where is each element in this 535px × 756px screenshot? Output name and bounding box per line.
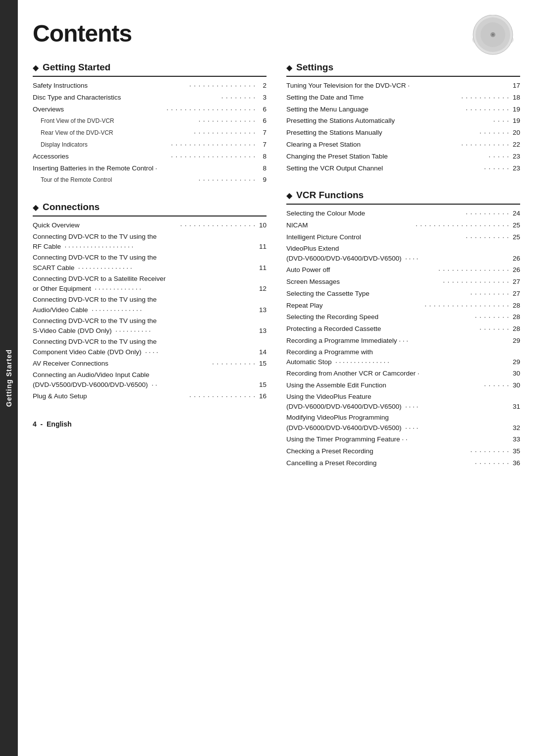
getting-started-header: ◆ Getting Started: [33, 62, 267, 77]
entry-page: 18: [509, 92, 520, 103]
getting-started-entry-2: Overviews · · · · · · · · · · · · · · · …: [33, 104, 267, 115]
vcr-entry-15: Modifying VideoPlus Programming (DVD-V60…: [286, 412, 520, 433]
two-column-layout: ◆ Getting Started Safety Instructions · …: [33, 62, 520, 736]
entry-page: 15: [256, 380, 267, 390]
entry-line1: VideoPlus Extend: [286, 244, 520, 254]
entry-page: 2: [256, 80, 267, 91]
entry-page: 23: [509, 151, 520, 162]
entry-label: Setting the Date and Time: [286, 92, 459, 103]
entry-page: 15: [256, 358, 267, 369]
entry-line1: Connecting DVD-VCR to the TV using the: [33, 316, 267, 326]
vcr-entry-9: Protecting a Recorded Cassette · · · · ·…: [286, 323, 520, 335]
getting-started-entry-0: Safety Instructions · · · · · · · · · · …: [33, 80, 267, 92]
entry-page: 26: [509, 265, 520, 275]
entry-dots: · · · · · · · ·: [473, 458, 509, 469]
vcr-functions-title: VCR Functions: [296, 190, 364, 201]
entry-line2-wrap: Automatic Stop · · · · · · · · · · · · ·…: [286, 357, 520, 367]
page-footer: 4 - English: [33, 418, 267, 428]
conn-entry-4: Connecting DVD-VCR to the TV using the A…: [33, 294, 267, 316]
vcr-entry-16: Using the Timer Programming Feature · · …: [286, 433, 520, 445]
settings-entry-0: Tuning Your Television for the DVD-VCR ·…: [286, 80, 520, 92]
settings-section: ◆ Settings Tuning Your Television for th…: [286, 62, 520, 174]
entry-page: 25: [509, 232, 520, 243]
entry-page: 30: [509, 380, 520, 391]
entry-line2-wrap: Audio/Video Cable · · · · · · · · · · · …: [33, 305, 267, 315]
entry-page: 13: [256, 305, 267, 315]
entry-page: 33: [509, 434, 520, 445]
entry-page: 24: [509, 208, 520, 219]
entry-page: 10: [256, 220, 267, 231]
conn-entry-0: Quick Overview · · · · · · · · · · · · ·…: [33, 219, 267, 231]
entry-page: 12: [256, 284, 267, 294]
diamond-icon-connections: ◆: [33, 203, 39, 212]
entry-page: 31: [509, 402, 520, 412]
entry-dots: · · · · · · · · · · ·: [459, 140, 509, 150]
entry-line2: (DVD-V5500/DVD-V6000/DVD-V6500) · ·: [33, 380, 157, 390]
entry-dots: · · · · · · · · · ·: [464, 209, 509, 219]
diamond-icon-settings: ◆: [286, 63, 292, 72]
vcr-entry-11: Recording a Programme with Automatic Sto…: [286, 347, 520, 368]
title-area: Contents: [33, 20, 520, 62]
settings-entry-4: Presetting the Stations Manually · · · ·…: [286, 127, 520, 139]
entry-page: 8: [256, 163, 267, 174]
entry-page: 29: [509, 357, 520, 367]
entry-dots: · · · · · · ·: [477, 324, 509, 334]
getting-started-section: ◆ Getting Started Safety Instructions · …: [33, 62, 267, 186]
entry-line2: SCART Cable · · · · · · · · · · · · · · …: [33, 263, 132, 273]
settings-entry-7: Setting the VCR Output Channel · · · · ·…: [286, 162, 520, 174]
vcr-entry-14: Using the VideoPlus Feature (DVD-V6000/D…: [286, 391, 520, 413]
right-column: ◆ Settings Tuning Your Television for th…: [286, 62, 520, 736]
entry-dots: · · · · · ·: [482, 380, 509, 391]
entry-label: Quick Overview: [33, 220, 178, 231]
entry-line1: Connecting DVD-VCR to the TV using the: [33, 232, 267, 242]
entry-line2: S-Video Cable (DVD Only) · · · · · · · ·…: [33, 326, 151, 336]
entry-label: Selecting the Cassette Type: [286, 288, 468, 299]
conn-entry-9: Plug & Auto Setup · · · · · · · · · · · …: [33, 390, 267, 402]
entry-page: 30: [509, 368, 520, 379]
entry-label: Changing the Preset Station Table: [286, 151, 486, 162]
entry-dots: · · · · · · · · · · · · ·: [196, 116, 256, 126]
entry-dots: · · · · · · · · · · · · · · ·: [187, 391, 256, 402]
entry-label: Screen Messages: [286, 276, 441, 287]
conn-entry-8: Connecting an Audio/Video Input Cable (D…: [33, 370, 267, 391]
vcr-entry-1: NICAM · · · · · · · · · · · · · · · · · …: [286, 219, 520, 231]
vcr-entry-5: Screen Messages · · · · · · · · · · · · …: [286, 276, 520, 288]
conn-entry-7: AV Receiver Connections · · · · · · · · …: [33, 358, 267, 370]
entry-page: 11: [256, 263, 267, 273]
entry-line2-wrap: S-Video Cable (DVD Only) · · · · · · · ·…: [33, 326, 267, 336]
entry-page: 20: [509, 127, 520, 138]
conn-entry-5: Connecting DVD-VCR to the TV using the S…: [33, 316, 267, 337]
connections-section: ◆ Connections Quick Overview · · · · · ·…: [33, 202, 267, 402]
page-number: 4: [33, 420, 37, 428]
entry-page: 16: [256, 391, 267, 402]
entry-line2-wrap: Component Video Cable (DVD Only) · · · ·…: [33, 347, 267, 357]
entry-page: 27: [509, 276, 520, 287]
entry-line2-wrap: (DVD-V5500/DVD-V6000/DVD-V6500) · · 15: [33, 380, 267, 390]
getting-started-entry-7: Inserting Batteries in the Remote Contro…: [33, 162, 267, 174]
entry-dots: · · · · · · · · ·: [468, 289, 509, 299]
vcr-entry-17: Checking a Preset Recording · · · · · · …: [286, 445, 520, 457]
entry-label: Front View of the DVD-VCR: [41, 116, 196, 126]
entry-label: Presetting the Stations Automatically: [286, 115, 491, 126]
vcr-entry-6: Selecting the Cassette Type · · · · · · …: [286, 288, 520, 300]
entry-line1: Connecting DVD-VCR to a Satellite Receiv…: [33, 274, 267, 284]
entry-line2: Component Video Cable (DVD Only) · · · ·: [33, 347, 158, 357]
entry-label: Protecting a Recorded Cassette: [286, 324, 477, 334]
entry-label: Intelligent Picture Control: [286, 232, 464, 243]
entry-page: 36: [509, 458, 520, 469]
entry-line2: Automatic Stop · · · · · · · · · · · · ·…: [286, 357, 389, 367]
entry-line1: Modifying VideoPlus Programming: [286, 413, 520, 423]
language: English: [47, 420, 72, 428]
entry-dots: · · · · · · · ·: [473, 312, 509, 323]
entry-label: Auto Power off: [286, 265, 436, 275]
connections-header: ◆ Connections: [33, 202, 267, 216]
vcr-entry-13: Using the Assemble Edit Function · · · ·…: [286, 379, 520, 391]
entry-page: 7: [256, 127, 267, 138]
entry-label: Disc Type and Characteristics: [33, 92, 219, 103]
entry-page: 6: [256, 115, 267, 126]
entry-label: AV Receiver Connections: [33, 358, 210, 369]
diamond-icon-vcr: ◆: [286, 191, 292, 200]
entry-page: 25: [509, 220, 520, 231]
entry-label: Rear View of the DVD-VCR: [41, 128, 192, 138]
entry-line2: or Other Equipment · · · · · · · · · · ·…: [33, 284, 141, 294]
